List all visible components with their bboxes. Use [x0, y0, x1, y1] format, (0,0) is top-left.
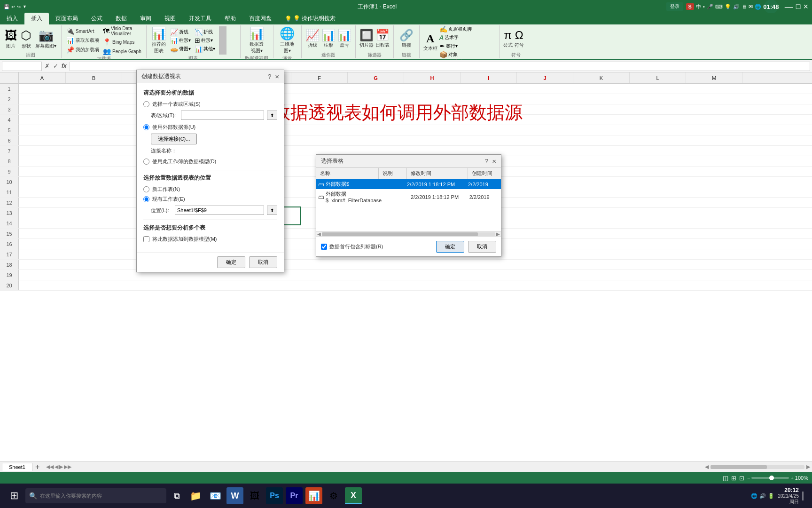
- sheet-tab-1[interactable]: Sheet1: [2, 463, 32, 471]
- windows-start-btn[interactable]: ⊞: [4, 485, 24, 506]
- ribbon-item-scatter-chart[interactable]: ⊞ 柱形▾: [195, 37, 215, 44]
- ribbon-item-equation[interactable]: π 公式: [503, 29, 513, 48]
- maximize-button[interactable]: □: [796, 2, 801, 11]
- zoom-in-icon[interactable]: +: [790, 475, 793, 481]
- ribbon-item-wordart[interactable]: A 艺术字: [439, 34, 472, 41]
- zoom-out-icon[interactable]: −: [747, 475, 750, 481]
- display-icon[interactable]: 🖥: [742, 4, 747, 9]
- tray-battery-icon[interactable]: 🔋: [768, 493, 774, 499]
- mail-icon[interactable]: ✉: [749, 4, 753, 10]
- tab-insert[interactable]: 插入: [0, 13, 24, 24]
- ribbon-item-3dmap[interactable]: 🌐 三维地图▾: [279, 25, 296, 55]
- ribbon-item-object[interactable]: 📦 对象: [439, 51, 472, 58]
- taskbar-search-box[interactable]: 🔍 在这里输入你要搜索的内容: [25, 488, 166, 503]
- sheet-nav-left-icon[interactable]: ◀◀: [46, 464, 54, 470]
- formula-fx-icon[interactable]: fx: [61, 63, 68, 70]
- qa-redo-icon[interactable]: ↪: [17, 4, 21, 9]
- dialog1-select-conn-btn[interactable]: 选择连接(C)...: [151, 134, 197, 144]
- ribbon-item-header-footer[interactable]: ✍ 页眉和页脚: [439, 25, 472, 33]
- ribbon-item-timeline[interactable]: 📅 日程表: [375, 29, 390, 48]
- status-page-layout-icon[interactable]: ⊞: [731, 475, 736, 482]
- sheet-nav-next-icon[interactable]: ▶: [59, 464, 63, 470]
- keyboard-icon[interactable]: ⌨: [715, 4, 723, 10]
- close-button[interactable]: ×: [803, 2, 808, 12]
- dialog2-row-2[interactable]: 🗃 外部数据$_xlnm#_FilterDatabase 2/2/2019 1:…: [316, 189, 501, 205]
- dialog1-close-icon[interactable]: ×: [275, 72, 279, 80]
- ribbon-item-bar-chart[interactable]: 📊 柱形▾: [170, 37, 191, 44]
- qa-dropdown-icon[interactable]: ▼: [23, 4, 27, 9]
- ribbon-item-bing-maps[interactable]: 📍 Bing Maps: [102, 38, 142, 46]
- ribbon-item-recommended-charts[interactable]: 📊 推荐的图表: [150, 25, 167, 55]
- dialog2-ok-btn[interactable]: 确定: [436, 241, 464, 253]
- dialog1-cancel-btn[interactable]: 取消: [249, 256, 277, 268]
- scroll-left-icon[interactable]: ◀: [317, 231, 321, 237]
- login-button[interactable]: 登录: [666, 2, 683, 11]
- show-desktop-btn[interactable]: ▏: [803, 492, 808, 500]
- dialog1-radio3[interactable]: [143, 159, 149, 165]
- status-normal-view-icon[interactable]: ◫: [723, 475, 728, 482]
- ime-icon[interactable]: 中: [696, 3, 701, 10]
- lightbulb-icon[interactable]: 💡: [725, 4, 731, 10]
- ribbon-item-people-graph[interactable]: 👥 People Graph: [102, 47, 142, 56]
- tab-baidu[interactable]: 百度网盘: [242, 13, 278, 24]
- tab-developer[interactable]: 开发工具: [182, 13, 218, 24]
- tab-active[interactable]: 插入: [24, 13, 49, 24]
- taskbar-ps-icon[interactable]: Ps: [266, 487, 283, 504]
- ribbon-item-link[interactable]: 🔗 链接: [399, 29, 414, 48]
- qa-save-icon[interactable]: 💾: [4, 4, 9, 9]
- tab-formula[interactable]: 公式: [85, 13, 109, 24]
- tab-page-layout[interactable]: 页面布局: [49, 13, 85, 24]
- tray-network-icon[interactable]: 🌐: [751, 493, 757, 499]
- ribbon-item-line-chart[interactable]: 📈 折线: [170, 28, 191, 36]
- dialog1-table-expand-btn[interactable]: ⬆: [267, 111, 277, 120]
- volume-icon[interactable]: 🔊: [733, 4, 740, 10]
- dialog1-new-sheet-radio[interactable]: [143, 186, 149, 192]
- ribbon-item-visio[interactable]: 🗺 Visio DataVisualizer: [102, 25, 142, 37]
- minimize-button[interactable]: —: [785, 2, 793, 12]
- tab-search[interactable]: 💡 💡 操作说明搜索: [278, 13, 342, 24]
- taskbar-word-icon[interactable]: W: [226, 487, 243, 504]
- sheet-scroll-right-icon[interactable]: ▶: [806, 464, 810, 470]
- ribbon-item-symbol[interactable]: Ω 符号: [515, 29, 524, 48]
- formula-confirm-icon[interactable]: ✓: [52, 63, 59, 70]
- taskbar-settings-icon[interactable]: ⚙: [325, 487, 342, 504]
- tab-view[interactable]: 视图: [158, 13, 182, 24]
- add-sheet-btn[interactable]: +: [33, 463, 41, 471]
- sheet-scroll-left-icon[interactable]: ◀: [705, 464, 709, 470]
- dialog2-row-1[interactable]: 🗃 外部数据$ 2/2/2019 1:18:12 PM 2/2/2019: [316, 179, 501, 189]
- dot-icon[interactable]: •: [703, 4, 705, 9]
- ribbon-item-my-addins[interactable]: 📌 我的加载项: [65, 46, 100, 54]
- ribbon-item-sparkline-line[interactable]: 📈 折线: [305, 29, 320, 48]
- ribbon-item-sparkline-wl[interactable]: 📊 盈亏: [337, 29, 351, 48]
- dialog1-exist-sheet-radio[interactable]: [143, 196, 149, 202]
- dialog1-help-icon[interactable]: ?: [268, 73, 271, 80]
- ribbon-item-sparkline-bar[interactable]: 📊 柱形: [321, 29, 336, 48]
- ribbon-item-shape[interactable]: ⬡ 形状: [20, 27, 32, 50]
- ribbon-item-signature[interactable]: ✒ 签行▾: [439, 42, 472, 50]
- dialog2-header-checkbox[interactable]: [321, 244, 327, 250]
- scroll-right-icon[interactable]: ▶: [496, 231, 500, 237]
- tab-help[interactable]: 帮助: [218, 13, 242, 24]
- tray-volume-icon[interactable]: 🔊: [759, 493, 766, 499]
- dialog2-close-icon[interactable]: ×: [492, 157, 496, 165]
- taskbar-pr-icon[interactable]: Pr: [286, 487, 303, 504]
- dialog2-help-icon[interactable]: ?: [485, 158, 488, 165]
- dialog1-location-expand-btn[interactable]: ⬆: [267, 206, 277, 215]
- dialog1-ok-btn[interactable]: 确定: [217, 256, 245, 268]
- dialog1-table-input[interactable]: [181, 111, 264, 120]
- tab-review[interactable]: 审阅: [133, 13, 158, 24]
- tab-data[interactable]: 数据: [109, 13, 133, 24]
- ribbon-item-smartart[interactable]: 🔌 SmartArt: [65, 27, 100, 35]
- cell-name-box[interactable]: [2, 62, 42, 71]
- zoom-slider-track[interactable]: [751, 477, 789, 479]
- taskbar-file-explorer-icon[interactable]: 📁: [187, 487, 204, 504]
- ribbon-item-other-chart[interactable]: 📊 其他▾: [195, 45, 215, 53]
- taskbar-clock[interactable]: 20:12 2021/4/25 周日: [778, 487, 799, 505]
- sheet-nav-prev-icon[interactable]: ◀: [55, 464, 58, 470]
- qa-undo-icon[interactable]: ↩: [11, 4, 15, 9]
- dialog1-radio2[interactable]: [143, 124, 149, 130]
- taskbar-ppt-icon[interactable]: 📊: [305, 487, 322, 504]
- ribbon-item-pie-chart[interactable]: 🥧 饼图▾: [170, 45, 191, 53]
- ribbon-item-textbox[interactable]: A 文本框: [423, 32, 437, 52]
- ribbon-item-get-addins[interactable]: 📊 获取加载项: [65, 36, 100, 45]
